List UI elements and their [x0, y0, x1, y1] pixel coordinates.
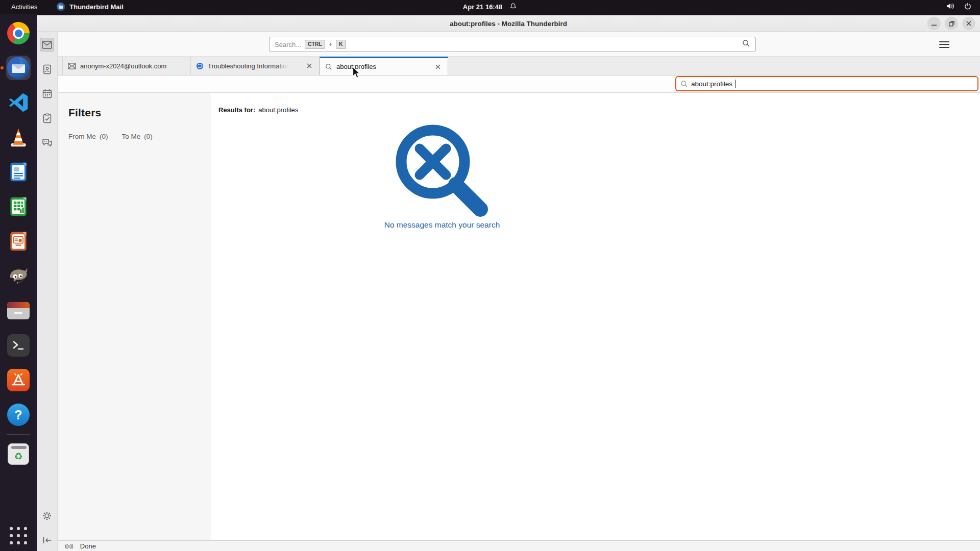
quick-filter-value: about:profiles [691, 80, 732, 88]
search-icon [325, 63, 332, 70]
vlc-icon [7, 126, 30, 148]
vscode-icon [7, 91, 30, 114]
libreoffice-impress-icon [7, 230, 30, 253]
keycap-ctrl: CTRL [305, 40, 325, 49]
no-results-icon [384, 113, 502, 233]
clock-menu[interactable]: Apr 21 16:48 [463, 3, 517, 12]
files-icon [7, 302, 30, 319]
dock-item-libreoffice-impress[interactable] [6, 229, 31, 254]
clock-label: Apr 21 16:48 [463, 3, 502, 11]
terminal-icon [7, 334, 30, 357]
search-icon [680, 80, 688, 88]
window-title: about:profiles - Mozilla Thunderbird [450, 20, 567, 28]
global-search-field[interactable]: Search... CTRL + K [269, 37, 756, 52]
space-address-book-button[interactable] [40, 62, 54, 76]
chrome-icon [7, 22, 30, 44]
volume-icon[interactable] [946, 2, 954, 12]
text-caret [736, 80, 736, 88]
filter-to-me[interactable]: To Me (0) [122, 133, 153, 140]
thunderbird-icon [196, 62, 204, 70]
status-bar: ((o)) Done [58, 540, 980, 551]
gimp-icon [7, 265, 30, 287]
tab-label: anonym-x2024@outlook.com [80, 62, 166, 70]
app-indicator[interactable]: Thunderbird Mail [57, 3, 123, 11]
app-indicator-label: Thunderbird Mail [69, 3, 123, 11]
dock-item-ubuntu-software[interactable] [6, 368, 31, 392]
libreoffice-calc-icon [7, 195, 30, 218]
tab-label: Troubleshooting Information [208, 62, 288, 70]
ubuntu-software-icon [7, 369, 30, 391]
mouse-cursor [352, 66, 361, 82]
gear-icon [42, 511, 52, 521]
app-grid-icon [10, 527, 27, 544]
unified-toolbar: Search... CTRL + K [58, 32, 980, 57]
results-label: Results for: [218, 106, 255, 114]
close-button[interactable] [962, 17, 975, 30]
space-calendar-button[interactable] [40, 87, 54, 101]
dock-item-thunderbird[interactable] [6, 56, 31, 80]
tab-mail-account[interactable]: anonym-x2024@outlook.com [62, 57, 191, 75]
shortcut-plus: + [329, 41, 332, 48]
filter-label: To Me [122, 133, 141, 140]
maximize-button[interactable] [945, 17, 958, 30]
power-icon[interactable] [964, 2, 972, 12]
collapse-spaces-button[interactable] [40, 533, 54, 547]
quick-filter-bar: about:profiles [58, 76, 980, 93]
thunderbird-icon [7, 57, 30, 79]
space-mail-button[interactable] [40, 38, 54, 52]
space-settings-button[interactable] [40, 509, 54, 522]
tab-bar: anonym-x2024@outlook.com Troubleshooting… [58, 57, 980, 76]
filters-panel: Filters From Me (0) To Me (0) [58, 93, 211, 540]
show-applications-button[interactable] [6, 523, 31, 548]
ubuntu-dock: ? ♻ [0, 14, 37, 551]
desktop: Activities Thunderbird Mail Apr 21 16:48 [0, 0, 980, 551]
space-tasks-button[interactable] [40, 111, 54, 125]
tasks-icon [43, 113, 52, 123]
filter-label: From Me [68, 133, 96, 140]
dock-item-terminal[interactable] [6, 333, 31, 358]
tab-troubleshooting[interactable]: Troubleshooting Information [191, 57, 320, 75]
dock-item-files[interactable] [6, 298, 31, 323]
filter-count: (0) [144, 133, 153, 140]
activities-button[interactable]: Activities [11, 3, 37, 11]
filters-title: Filters [68, 107, 211, 119]
thunderbird-window: about:profiles - Mozilla Thunderbird [37, 14, 980, 551]
dock-item-libreoffice-writer[interactable] [6, 160, 31, 184]
search-icon[interactable] [742, 39, 750, 49]
dock-item-libreoffice-calc[interactable] [6, 194, 31, 219]
tab-about-profiles[interactable]: about:profiles [320, 57, 448, 75]
status-text: Done [80, 542, 96, 550]
dock-item-gimp[interactable] [6, 264, 31, 288]
help-icon: ? [7, 404, 30, 426]
results-query: about:profiles [258, 106, 298, 114]
space-chat-button[interactable] [40, 136, 54, 149]
quick-filter-input[interactable]: about:profiles [675, 76, 978, 91]
collapse-icon [42, 536, 52, 544]
dock-item-trash[interactable]: ♻ [6, 442, 31, 466]
empty-search-message: No messages match your search [340, 220, 544, 230]
tab-close-icon[interactable] [433, 62, 443, 71]
tab-close-icon[interactable] [305, 61, 314, 70]
dock-item-vlc[interactable] [6, 125, 31, 149]
libreoffice-writer-icon [7, 161, 30, 183]
search-placeholder: Search... [275, 41, 301, 48]
calendar-icon [42, 89, 52, 98]
dock-item-vscode[interactable] [6, 90, 31, 115]
thunderbird-indicator-icon [57, 3, 65, 11]
chat-icon [42, 138, 53, 147]
filter-count: (0) [100, 133, 108, 140]
dock-item-help[interactable]: ? [6, 403, 31, 427]
app-menu-button[interactable] [939, 39, 949, 49]
window-titlebar[interactable]: about:profiles - Mozilla Thunderbird [37, 15, 980, 32]
trash-icon: ♻ [8, 443, 29, 465]
notification-bell-icon [509, 3, 517, 12]
mail-icon [68, 63, 76, 69]
gnome-top-bar: Activities Thunderbird Mail Apr 21 16:48 [0, 0, 980, 14]
dock-item-google-chrome[interactable] [6, 21, 31, 45]
minimize-button[interactable] [927, 17, 941, 30]
activity-radio-icon: ((o)) [65, 543, 73, 549]
mail-icon [42, 41, 52, 49]
filter-from-me[interactable]: From Me (0) [68, 133, 108, 140]
keycap-k: K [336, 40, 346, 49]
spaces-toolbar [37, 32, 58, 551]
